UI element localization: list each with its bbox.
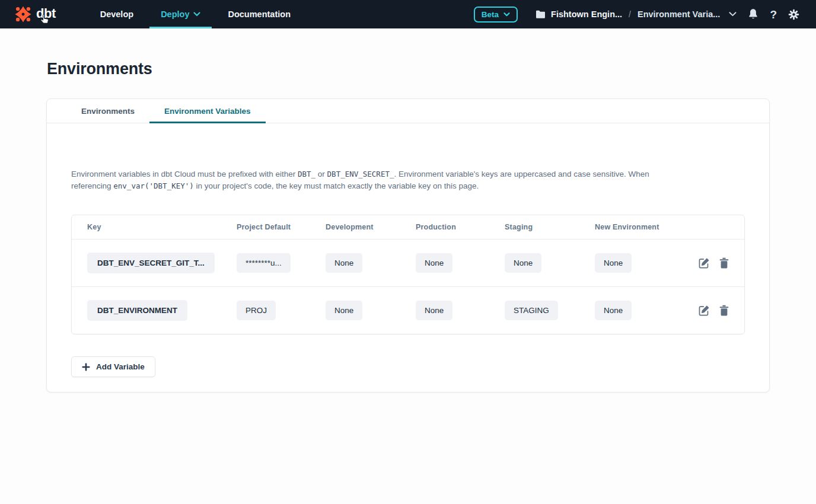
description-segment: or [315, 170, 327, 178]
column-header-project-default: Project Default [237, 223, 326, 231]
description-segment: in your project's code, the key must mat… [194, 181, 479, 190]
notifications-bell-icon[interactable] [748, 8, 758, 20]
variable-key-value[interactable]: DBT_ENVIRONMENT [87, 300, 187, 321]
add-variable-label: Add Variable [96, 362, 145, 371]
breadcrumb-project: Fishtown Engin... [551, 9, 622, 19]
breadcrumb-separator: / [627, 9, 632, 19]
new-environment-value[interactable]: None [595, 301, 632, 320]
column-header-key: Key [72, 223, 237, 231]
main-nav: Develop Deploy Documentation [87, 0, 304, 28]
staging-value[interactable]: None [505, 253, 541, 273]
code-env-var-example: env_var('DBT_KEY') [113, 181, 193, 190]
development-value[interactable]: None [326, 253, 362, 273]
chevron-down-icon [729, 12, 737, 17]
tab-panel-environment-variables: Environment variables in dbt Cloud must … [47, 123, 769, 392]
column-header-development: Development [326, 223, 416, 231]
new-environment-value[interactable]: None [595, 253, 632, 273]
dbt-logo-icon [14, 5, 32, 23]
settings-gear-icon[interactable] [788, 9, 799, 20]
production-value[interactable]: None [416, 253, 452, 273]
project-default-value[interactable]: ********u... [237, 253, 291, 273]
table-row: DBT_ENVIRONMENT PROJ None None STAGING N… [72, 286, 744, 334]
delete-variable-button[interactable] [719, 257, 729, 269]
navbar-right: Beta Fishtown Engin... / Environment Var… [474, 0, 799, 28]
nav-item-develop-label: Develop [100, 9, 133, 19]
nav-item-documentation[interactable]: Documentation [214, 0, 304, 28]
description-segment: Environment variables in dbt Cloud must … [71, 170, 298, 178]
production-value[interactable]: None [416, 301, 452, 320]
development-value[interactable]: None [326, 301, 362, 320]
page-title: Environments [47, 60, 816, 78]
edit-variable-button[interactable] [698, 305, 710, 317]
edit-variable-button[interactable] [698, 257, 710, 269]
column-header-production: Production [416, 223, 505, 231]
column-header-staging: Staging [505, 223, 595, 231]
breadcrumb-page: Environment Varia... [638, 9, 720, 19]
table-header-row: Key Project Default Development Producti… [72, 215, 744, 239]
environments-card: Environments Environment Variables Envir… [46, 98, 770, 393]
nav-item-documentation-label: Documentation [228, 9, 291, 19]
staging-value[interactable]: STAGING [505, 301, 558, 320]
environment-variables-table: Key Project Default Development Producti… [71, 215, 745, 334]
chevron-down-icon [503, 12, 510, 17]
description-text: Environment variables in dbt Cloud must … [71, 168, 688, 192]
breadcrumb[interactable]: Fishtown Engin... / Environment Varia... [536, 9, 737, 19]
nav-item-develop[interactable]: Develop [87, 0, 147, 28]
beta-dropdown[interactable]: Beta [474, 7, 518, 23]
tab-environments[interactable]: Environments [66, 99, 149, 123]
delete-variable-button[interactable] [719, 305, 729, 317]
code-dbt-env-secret-prefix: DBT_ENV_SECRET_ [327, 170, 394, 178]
nav-item-deploy[interactable]: Deploy [147, 0, 214, 28]
dbt-logo[interactable]: dbt [14, 0, 68, 28]
nav-item-deploy-label: Deploy [161, 9, 189, 19]
project-default-value[interactable]: PROJ [237, 301, 276, 320]
main-content: Environments Environments Environment Va… [0, 60, 816, 393]
beta-label: Beta [482, 10, 499, 19]
plus-icon [82, 363, 90, 371]
table-row: DBT_ENV_SECRET_GIT_T... ********u... Non… [72, 239, 744, 286]
tab-environment-variables-label: Environment Variables [164, 107, 251, 116]
top-navbar: dbt Develop Deploy Documentation Beta Fi… [0, 0, 816, 28]
variable-key-value[interactable]: DBT_ENV_SECRET_GIT_T... [87, 253, 215, 273]
folder-icon [536, 10, 546, 18]
help-icon[interactable]: ? [770, 9, 777, 20]
mouse-hand-cursor [40, 14, 49, 24]
column-header-new-environment: New Environment [595, 223, 698, 231]
chevron-down-icon [193, 12, 200, 17]
tab-bar: Environments Environment Variables [47, 99, 769, 123]
add-variable-button[interactable]: Add Variable [71, 356, 155, 377]
tab-environment-variables[interactable]: Environment Variables [149, 99, 266, 123]
code-dbt-prefix: DBT_ [298, 170, 315, 178]
tab-environments-label: Environments [81, 107, 135, 116]
